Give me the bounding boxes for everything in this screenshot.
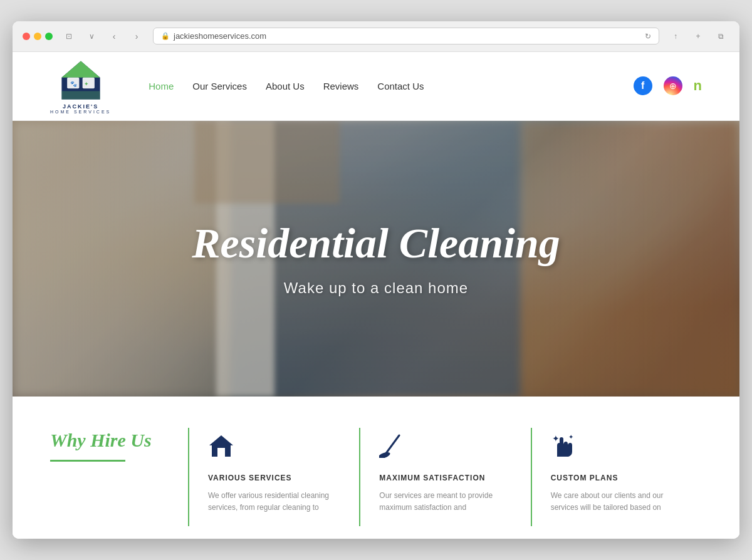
share-icon[interactable]: ↑ bbox=[667, 28, 684, 45]
browser-navigation: ⊡ ∨ ‹ › bbox=[60, 28, 145, 45]
hero-content: Residential Cleaning Wake up to a clean … bbox=[192, 220, 560, 297]
nav-about[interactable]: About Us bbox=[266, 81, 305, 91]
svg-line-9 bbox=[385, 435, 399, 454]
address-bar[interactable]: 🔒 jackieshomeservices.com ↻ bbox=[153, 28, 659, 44]
service-card-various: VARIOUS SERVICES We offer various reside… bbox=[188, 428, 359, 526]
svg-marker-1 bbox=[61, 61, 100, 77]
browser-toolbar: ⊡ ∨ ‹ › 🔒 jackieshomeservices.com ↻ ↑ + … bbox=[13, 21, 739, 52]
nav-reviews[interactable]: Reviews bbox=[323, 81, 359, 91]
site-header: 🐾 ✦ JACKIE'S HOME SERVICES Home Our Serv… bbox=[13, 52, 739, 121]
minimize-dot[interactable] bbox=[34, 33, 41, 40]
svg-text:✦: ✦ bbox=[552, 434, 560, 443]
hero-title: Residential Cleaning bbox=[192, 220, 560, 267]
forward-button[interactable]: › bbox=[128, 28, 145, 45]
svg-point-10 bbox=[379, 451, 391, 458]
social-icons: f ⊕ n bbox=[634, 76, 702, 95]
nav-contact[interactable]: Contact Us bbox=[377, 81, 424, 91]
browser-window: ⊡ ∨ ‹ › 🔒 jackieshomeservices.com ↻ ↑ + … bbox=[13, 21, 739, 539]
services-section: Why Hire Us VARIOUS SERVICES We offer va… bbox=[13, 397, 739, 539]
browser-actions: ↑ + ⧉ bbox=[667, 28, 729, 45]
maximize-dot[interactable] bbox=[45, 33, 53, 40]
svg-text:✦: ✦ bbox=[568, 434, 573, 440]
service-card-custom: ✦ ✦ CUSTOM PLANS We care about our clien… bbox=[531, 428, 702, 526]
svg-text:🐾: 🐾 bbox=[70, 80, 76, 88]
service-cards: VARIOUS SERVICES We offer various reside… bbox=[188, 428, 702, 526]
tabs-icon[interactable]: ⧉ bbox=[712, 28, 729, 45]
why-hire-us: Why Hire Us bbox=[50, 428, 188, 462]
svg-rect-6 bbox=[61, 91, 100, 99]
website-content: 🐾 ✦ JACKIE'S HOME SERVICES Home Our Serv… bbox=[13, 52, 739, 539]
nextdoor-icon[interactable]: n bbox=[694, 78, 702, 94]
service-card-satisfaction: MAXIMUM SATISFACTION Our services are me… bbox=[359, 428, 530, 526]
back-button[interactable]: ‹ bbox=[105, 28, 123, 45]
svg-rect-8 bbox=[217, 448, 225, 457]
url-text: jackieshomeservices.com bbox=[174, 31, 266, 41]
lock-icon: 🔒 bbox=[161, 32, 170, 40]
service-title-various: VARIOUS SERVICES bbox=[208, 474, 340, 482]
site-nav: Home Our Services About Us Reviews Conta… bbox=[149, 81, 633, 91]
new-tab-icon[interactable]: + bbox=[689, 28, 707, 45]
hand-sparkle-icon: ✦ ✦ bbox=[551, 434, 683, 464]
square-icon[interactable]: ⊡ bbox=[60, 28, 78, 45]
service-desc-satisfaction: Our services are meant to provide maximu… bbox=[379, 490, 511, 514]
logo-svg: 🐾 ✦ bbox=[59, 58, 103, 102]
facebook-icon[interactable]: f bbox=[634, 76, 652, 95]
svg-text:✦: ✦ bbox=[84, 81, 89, 87]
hero-subtitle: Wake up to a clean home bbox=[192, 279, 560, 297]
broom-icon bbox=[379, 434, 511, 464]
why-hire-title: Why Hire Us bbox=[50, 428, 163, 452]
chevron-down-icon[interactable]: ∨ bbox=[83, 28, 100, 45]
service-title-custom: CUSTOM PLANS bbox=[551, 474, 683, 482]
window-controls bbox=[23, 33, 53, 40]
why-hire-underline bbox=[50, 460, 125, 462]
service-desc-custom: We care about our clients and our servic… bbox=[551, 490, 683, 514]
logo-area: 🐾 ✦ JACKIE'S HOME SERVICES bbox=[50, 58, 111, 114]
close-dot[interactable] bbox=[23, 33, 30, 40]
nav-services[interactable]: Our Services bbox=[192, 81, 247, 91]
house-icon bbox=[208, 434, 340, 464]
logo-subname: HOME SERVICES bbox=[50, 110, 111, 114]
service-desc-various: We offer various residential cleaning se… bbox=[208, 490, 340, 514]
instagram-icon[interactable]: ⊕ bbox=[664, 76, 682, 95]
hero-section: Residential Cleaning Wake up to a clean … bbox=[13, 121, 739, 397]
logo-name: JACKIE'S bbox=[63, 103, 98, 110]
reload-icon[interactable]: ↻ bbox=[645, 32, 651, 41]
nav-home[interactable]: Home bbox=[149, 81, 174, 91]
service-title-satisfaction: MAXIMUM SATISFACTION bbox=[379, 474, 511, 482]
